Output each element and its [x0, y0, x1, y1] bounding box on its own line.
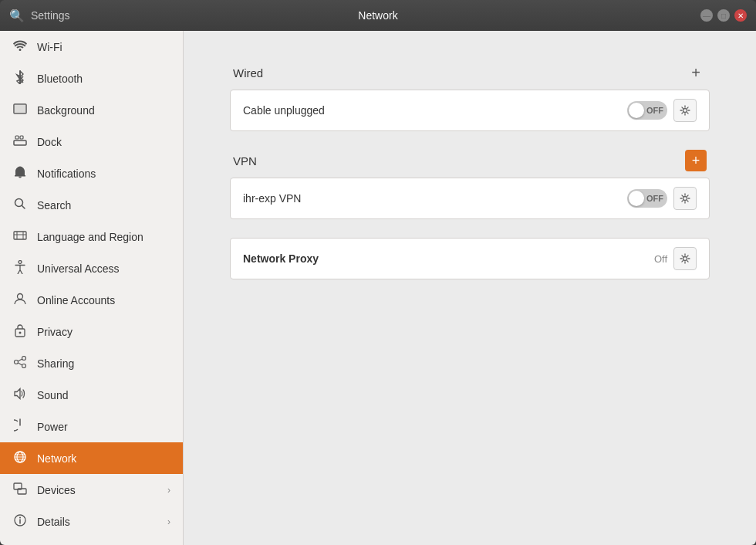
wired-section: Wired + Cable unplugged OFF	[230, 62, 710, 131]
sidebar-item-sharing-label: Sharing	[37, 357, 170, 370]
svg-point-21	[683, 257, 687, 261]
vpn-toggle-wrapper[interactable]: OFF	[627, 189, 667, 208]
svg-point-11	[22, 356, 26, 360]
wired-add-button[interactable]: +	[685, 62, 707, 83]
sidebar-item-sound-label: Sound	[37, 389, 170, 401]
svg-rect-6	[14, 232, 26, 239]
svg-rect-1	[14, 104, 26, 113]
sidebar-item-dock-label: Dock	[37, 136, 170, 148]
sidebar-item-background-label: Background	[37, 104, 170, 117]
main-content: Wi-Fi Bluetooth Backgr	[0, 31, 756, 545]
devices-chevron-icon: ›	[167, 485, 170, 496]
sidebar-item-network-label: Network	[37, 452, 170, 465]
devices-icon	[12, 482, 28, 498]
sidebar-item-search[interactable]: Search	[0, 189, 183, 221]
vpn-toggle-label: OFF	[646, 194, 663, 203]
sidebar-item-sound[interactable]: Sound	[0, 379, 183, 411]
wired-section-header: Wired +	[230, 62, 710, 83]
proxy-card: Network Proxy Off	[230, 238, 710, 279]
sidebar-item-power-label: Power	[37, 421, 170, 433]
svg-point-7	[19, 260, 22, 263]
sidebar-item-privacy[interactable]: Privacy	[0, 316, 183, 347]
sound-icon	[12, 388, 28, 403]
svg-rect-3	[15, 136, 19, 139]
wired-toggle-label: OFF	[646, 106, 663, 115]
titlebar-left: 🔍 Settings	[9, 8, 70, 23]
sidebar-item-notifications-label: Notifications	[37, 168, 170, 180]
vpn-connection-name: ihr-exp VPN	[243, 192, 627, 205]
svg-point-13	[22, 364, 26, 367]
table-row: Cable unplugged OFF	[231, 90, 709, 130]
wired-card: Cable unplugged OFF	[230, 90, 710, 131]
language-icon	[12, 229, 28, 245]
sidebar-item-dock[interactable]: Dock	[0, 126, 183, 157]
wired-title: Wired	[233, 66, 263, 80]
details-icon	[12, 514, 28, 530]
gear-icon	[680, 193, 690, 204]
sidebar: Wi-Fi Bluetooth Backgr	[0, 31, 184, 545]
sidebar-item-background[interactable]: Background	[0, 94, 183, 126]
vpn-add-button[interactable]: +	[685, 150, 707, 171]
sidebar-item-details-label: Details	[37, 516, 158, 528]
wired-toggle[interactable]: OFF	[627, 101, 667, 120]
vpn-card: ihr-exp VPN OFF	[230, 178, 710, 219]
vpn-section: VPN + ihr-exp VPN OFF	[230, 150, 710, 219]
sidebar-item-devices-label: Devices	[37, 484, 158, 496]
sidebar-item-language[interactable]: Language and Region	[0, 221, 183, 252]
sidebar-item-network[interactable]: Network	[0, 442, 183, 474]
proxy-name: Network Proxy	[243, 252, 654, 265]
svg-rect-4	[20, 136, 23, 139]
sidebar-item-search-label: Search	[37, 199, 170, 212]
network-icon	[12, 451, 28, 466]
svg-point-10	[19, 331, 22, 333]
sidebar-item-wifi[interactable]: Wi-Fi	[0, 31, 183, 63]
gear-icon	[680, 105, 690, 116]
sharing-icon	[12, 356, 28, 371]
sidebar-item-notifications[interactable]: Notifications	[0, 157, 183, 189]
wired-toggle-wrapper[interactable]: OFF	[627, 101, 667, 120]
proxy-gear-button[interactable]	[673, 247, 697, 270]
sidebar-item-sharing[interactable]: Sharing	[0, 347, 183, 379]
sidebar-item-bluetooth-label: Bluetooth	[37, 73, 170, 85]
proxy-section: Network Proxy Off	[230, 238, 710, 279]
titlebar: 🔍 Settings Network — □ ✕	[0, 0, 756, 31]
window-controls: — □ ✕	[700, 9, 747, 22]
sidebar-item-online-accounts[interactable]: Online Accounts	[0, 284, 183, 316]
privacy-icon	[12, 323, 28, 340]
sidebar-item-details[interactable]: Details ›	[0, 506, 183, 537]
background-icon	[12, 103, 28, 117]
sidebar-item-bluetooth[interactable]: Bluetooth	[0, 63, 183, 94]
svg-point-19	[683, 109, 687, 113]
sidebar-item-universal-label: Universal Access	[37, 262, 170, 275]
minimize-button[interactable]: —	[700, 9, 713, 22]
svg-rect-2	[14, 140, 26, 145]
sidebar-item-language-label: Language and Region	[37, 231, 170, 243]
svg-point-12	[15, 360, 19, 364]
page-title: Network	[358, 9, 397, 22]
vpn-gear-button[interactable]	[673, 187, 697, 210]
online-accounts-icon	[12, 293, 28, 308]
proxy-status: Off	[654, 253, 667, 265]
sidebar-item-universal[interactable]: Universal Access	[0, 252, 183, 284]
sidebar-item-devices[interactable]: Devices ›	[0, 474, 183, 506]
close-button[interactable]: ✕	[734, 9, 747, 22]
bluetooth-icon	[12, 70, 28, 87]
vpn-section-header: VPN +	[230, 150, 710, 171]
dock-icon	[12, 135, 28, 149]
search-icon: 🔍	[9, 8, 25, 23]
app-name: Settings	[31, 9, 70, 22]
svg-point-18	[19, 516, 21, 518]
sidebar-item-wifi-label: Wi-Fi	[37, 41, 170, 53]
vpn-toggle[interactable]: OFF	[627, 189, 667, 208]
table-row: Network Proxy Off	[231, 239, 709, 279]
wired-gear-button[interactable]	[673, 99, 697, 122]
sidebar-item-privacy-label: Privacy	[37, 326, 170, 338]
maximize-button[interactable]: □	[717, 9, 730, 22]
svg-point-8	[18, 293, 23, 299]
universal-access-icon	[12, 260, 28, 277]
details-chevron-icon: ›	[167, 516, 170, 527]
settings-window: 🔍 Settings Network — □ ✕	[0, 0, 756, 545]
vpn-toggle-knob	[629, 191, 644, 206]
sidebar-item-power[interactable]: Power	[0, 411, 183, 442]
content-area: Wired + Cable unplugged OFF	[184, 31, 756, 545]
